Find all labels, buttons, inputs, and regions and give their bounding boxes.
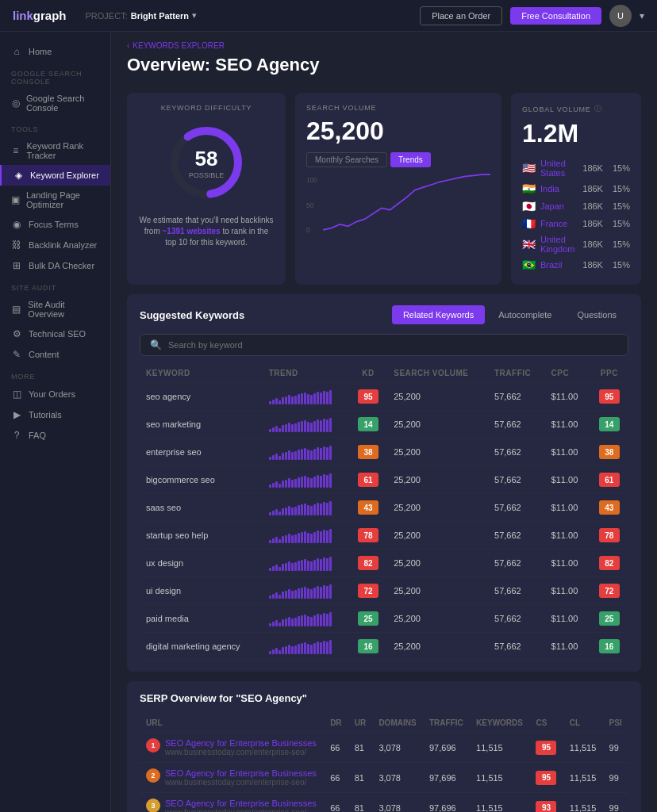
sidebar-item-home[interactable]: ⌂ Home (0, 41, 110, 62)
country-name[interactable]: India (540, 184, 578, 193)
serp-col-keywords: KEYWORDS (470, 714, 529, 733)
country-name[interactable]: United Kingdom (540, 235, 578, 254)
project-label: PROJECT: (86, 11, 128, 21)
tab-autocomplete[interactable]: Autocomplete (486, 305, 563, 324)
country-flag-icon: 🇫🇷 (522, 217, 536, 230)
kw-keyword: digital marketing agency (140, 633, 263, 661)
kw-traffic: 57,662 (488, 633, 545, 661)
free-consultation-button[interactable]: Free Consultation (510, 7, 601, 25)
kw-trend (263, 605, 349, 633)
serp-row: 3 SEO Agency for Enterprise Businesses w… (140, 793, 628, 813)
country-flag-icon: 🇯🇵 (522, 200, 536, 213)
kw-keyword: seo agency (140, 383, 263, 411)
kw-kd: 78 (349, 522, 387, 550)
sidebar-item-focus-terms[interactable]: ◉ Focus Terms (0, 214, 110, 235)
trends-button[interactable]: Trends (390, 152, 431, 167)
country-value: 186K (582, 163, 603, 173)
gv-country-row: 🇮🇳 India 186K 15% (522, 180, 630, 197)
country-name[interactable]: France (540, 219, 578, 228)
content-icon: ✎ (11, 349, 22, 360)
kw-trend (263, 494, 349, 522)
serp-url-cell: 3 SEO Agency for Enterprise Businesses w… (140, 793, 324, 813)
serp-ur: 81 (348, 763, 373, 793)
col-trend: TREND (263, 364, 349, 383)
sidebar-item-keyword-explorer[interactable]: ◈ Keyword Explorer (0, 165, 110, 186)
audit-icon: ▤ (11, 304, 21, 315)
donut-chart: 58 POSSIBLE (167, 123, 246, 202)
country-name[interactable]: Brazil (540, 260, 578, 270)
table-row: seo agency 95 25,200 57,662 $11.00 95 (140, 383, 628, 411)
breadcrumb[interactable]: ‹ KEYWORDS EXPLORER (127, 41, 641, 50)
table-row: ux design 82 25,200 57,662 $11.00 82 (140, 550, 628, 577)
monthly-searches-button[interactable]: Monthly Searches (306, 152, 387, 167)
serp-page-title[interactable]: SEO Agency for Enterprise Businesses (165, 799, 317, 808)
svg-text:0: 0 (306, 226, 310, 234)
serp-ur: 81 (348, 733, 373, 763)
serp-domains: 3,078 (372, 763, 423, 793)
serp-url-cell: 1 SEO Agency for Enterprise Businesses w… (140, 733, 324, 763)
project-selector[interactable]: PROJECT: Bright Pattern ▾ (86, 10, 198, 21)
home-icon: ⌂ (11, 46, 22, 57)
logo: linkgraph (13, 9, 67, 22)
kw-search-vol: 25,200 (387, 605, 488, 633)
keyword-search-input[interactable] (168, 340, 618, 350)
kw-ppc: 43 (590, 494, 628, 522)
sv-buttons: Monthly Searches Trends (306, 152, 490, 167)
country-value: 186K (582, 219, 603, 228)
kw-kd: 14 (349, 411, 387, 439)
serp-page-title[interactable]: SEO Agency for Enterprise Businesses (165, 738, 317, 748)
serp-row: 1 SEO Agency for Enterprise Businesses w… (140, 733, 628, 763)
serp-page-title[interactable]: SEO Agency for Enterprise Businesses (165, 768, 317, 778)
country-name[interactable]: United States (540, 159, 578, 178)
country-value: 186K (582, 260, 603, 270)
serp-keywords: 11,515 (470, 793, 529, 813)
page-title: Overview: SEO Agency (127, 55, 641, 75)
keyword-search-bar[interactable]: 🔍 (140, 334, 628, 356)
serp-table-body: 1 SEO Agency for Enterprise Businesses w… (140, 733, 628, 813)
focus-icon: ◉ (11, 219, 22, 230)
gv-value: 1.2M (522, 119, 630, 148)
sidebar-item-orders[interactable]: ◫ Your Orders (0, 384, 110, 404)
gsc-icon: ◎ (11, 98, 20, 109)
sidebar-item-site-audit[interactable]: ▤ Site Audit Overview (0, 295, 110, 324)
country-pct: 15% (613, 201, 630, 211)
sidebar-item-tutorials[interactable]: ▶ Tutorials (0, 404, 110, 425)
keyword-table: KEYWORD TREND KD SEARCH VOLUME TRAFFIC C… (140, 364, 628, 661)
serp-rank-badge: 3 (146, 799, 160, 812)
sidebar-item-content[interactable]: ✎ Content (0, 344, 110, 365)
serp-card: SERP Overview for "SEO Agency" URL DR UR… (127, 681, 641, 812)
orders-icon: ◫ (11, 389, 22, 400)
sidebar-item-keyword-rank[interactable]: ≡ Keyword Rank Tracker (0, 136, 110, 165)
sidebar-item-backlink[interactable]: ⛓ Backlink Analyzer (0, 235, 110, 255)
kw-kd: 43 (349, 494, 387, 522)
kw-keyword: ux design (140, 550, 263, 577)
sidebar-item-landing-page[interactable]: ▣ Landing Page Optimizer (0, 186, 110, 214)
country-name[interactable]: Japan (540, 201, 578, 211)
country-value: 186K (582, 184, 603, 193)
col-ppc: PPC (590, 364, 628, 383)
svg-text:100: 100 (306, 176, 317, 184)
bulk-icon: ⊞ (11, 260, 22, 271)
tech-icon: ⚙ (11, 328, 22, 339)
sidebar-item-gsc[interactable]: ◎ Google Search Console (0, 89, 110, 117)
kw-ppc: 82 (590, 550, 628, 577)
tab-related-keywords[interactable]: Related Keywords (392, 305, 485, 324)
table-row: enterprise seo 38 25,200 57,662 $11.00 3… (140, 439, 628, 466)
info-icon: ⓘ (594, 104, 602, 114)
tab-questions[interactable]: Questions (565, 305, 628, 324)
sidebar-item-bulk-da[interactable]: ⊞ Bulk DA Checker (0, 255, 110, 276)
chevron-down-icon: ▾ (192, 10, 197, 21)
gv-country-row: 🇯🇵 Japan 186K 15% (522, 197, 630, 215)
sidebar-item-faq[interactable]: ? FAQ (0, 425, 110, 446)
kw-ppc: 61 (590, 466, 628, 494)
kw-search-vol: 25,200 (387, 411, 488, 439)
kw-kd: 82 (349, 550, 387, 577)
kw-kd: 16 (349, 633, 387, 661)
gv-country-row: 🇬🇧 United Kingdom 186K 15% (522, 232, 630, 256)
sidebar-item-technical-seo[interactable]: ⚙ Technical SEO (0, 324, 110, 344)
avatar[interactable]: U (609, 5, 632, 27)
country-flag-icon: 🇺🇸 (522, 162, 536, 174)
kw-kd: 25 (349, 605, 387, 633)
kw-cpc: $11.00 (545, 633, 590, 661)
place-order-button[interactable]: Place an Order (420, 6, 502, 25)
